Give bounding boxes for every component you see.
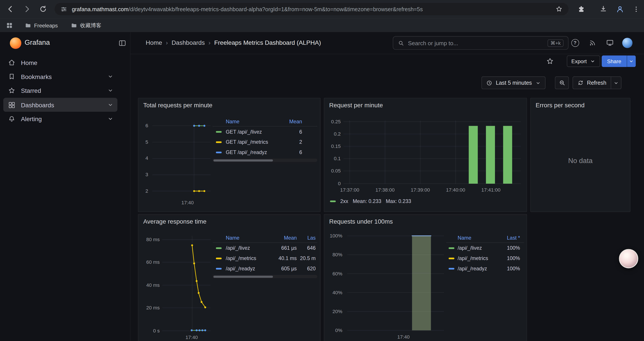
panel-title[interactable]: Requests under 100ms <box>329 218 393 225</box>
user-avatar[interactable] <box>622 38 632 48</box>
sidebar-item-dashboards[interactable]: Dashboards <box>3 98 118 112</box>
bookmark-star-icon[interactable] <box>555 5 563 13</box>
sidebar-item-starred[interactable]: Starred <box>3 83 118 97</box>
sidebar-item-label: Bookmarks <box>21 73 52 80</box>
refresh-icon <box>578 80 584 86</box>
favorite-star-icon[interactable] <box>546 57 554 65</box>
forward-button[interactable] <box>22 4 32 14</box>
series-swatch <box>330 201 336 202</box>
search-input[interactable]: Search or jump to... ⌘+k <box>393 36 568 50</box>
x-axis-tick: 17:40:00 <box>441 187 470 193</box>
series-label[interactable]: GET /api/_/readyz <box>226 149 278 155</box>
x-axis-tick: 17:38:00 <box>371 187 400 193</box>
rss-icon[interactable] <box>588 38 597 47</box>
legend-scrollbar <box>212 159 317 162</box>
bookmark-folder-blogs[interactable]: 收藏博客 <box>70 21 101 30</box>
assistant-avatar-bubble[interactable] <box>619 249 638 268</box>
panel-avg-response-time: Average response time 80 ms 60 ms 40 ms … <box>138 214 320 341</box>
series-label[interactable]: /api/_/readyz <box>458 266 497 271</box>
sidebar-item-home[interactable]: Home <box>3 56 118 70</box>
legend-header-mean[interactable]: Mean <box>273 235 297 241</box>
sidebar-item-label: Dashboards <box>21 101 54 108</box>
y-axis-tick: 80% <box>324 252 342 258</box>
series-mean: 6 <box>278 149 302 155</box>
y-axis-tick: 80 ms <box>138 237 160 242</box>
breadcrumb-home[interactable]: Home <box>146 39 162 46</box>
legend-header-name[interactable]: Name <box>458 235 497 241</box>
refresh-interval-caret[interactable] <box>611 77 621 89</box>
legend-header-name[interactable]: Name <box>226 235 273 241</box>
series-swatch <box>216 257 222 259</box>
bookmark-label: Freeleaps <box>34 22 58 29</box>
refresh-button[interactable]: Refresh <box>573 80 611 86</box>
legend-table: Name Mean Las /api/_/livez 661 µs 646 /a… <box>212 233 317 278</box>
series-label[interactable]: /api/_/livez <box>226 245 273 251</box>
series-label[interactable]: GET /api/_/livez <box>226 129 278 135</box>
star-icon <box>8 87 16 94</box>
series-label[interactable]: 2xx <box>340 198 348 204</box>
chevron-down-icon[interactable] <box>107 115 114 122</box>
monitor-icon[interactable] <box>606 38 614 47</box>
scrollbar-thumb[interactable] <box>214 159 273 161</box>
back-button[interactable] <box>5 4 15 14</box>
series-label[interactable]: GET /api/_/metrics <box>226 139 278 145</box>
x-axis-tick: 17:40 <box>175 200 200 205</box>
site-info-icon[interactable] <box>60 6 67 13</box>
panel-title[interactable]: Errors per second <box>536 102 584 109</box>
browser-menu-icon[interactable] <box>632 4 640 14</box>
breadcrumb-current: Freeleaps Metrics Dashboard (ALPHA) <box>214 39 321 46</box>
bookmark-folder-freeleaps[interactable]: Freeleaps <box>24 21 58 30</box>
sidebar-item-alerting[interactable]: Alerting <box>3 112 118 126</box>
series-last: 100% <box>497 245 520 251</box>
zoom-out-button[interactable] <box>555 76 569 89</box>
chevron-down-icon[interactable] <box>107 102 114 108</box>
sidebar-collapse-icon[interactable] <box>118 39 126 47</box>
help-icon[interactable]: ? <box>570 38 580 47</box>
panel-title[interactable]: Total requests per minute <box>143 102 212 109</box>
panel-title[interactable]: Average response time <box>143 218 206 225</box>
series-last: 20.5 m <box>297 255 316 261</box>
export-button[interactable]: Export <box>567 56 600 67</box>
time-series-chart[interactable] <box>162 236 211 331</box>
y-axis-tick: 0% <box>324 327 342 333</box>
sidebar-item-bookmarks[interactable]: Bookmarks <box>3 69 118 83</box>
url-bar[interactable]: grafana.mathmast.com/d/deytv4rwavabkb/fr… <box>54 3 568 15</box>
bar-chart[interactable] <box>347 233 444 330</box>
chevron-down-icon <box>535 80 541 86</box>
chevron-down-icon[interactable] <box>107 87 114 94</box>
legend-row: /api/_/metrics 100% <box>446 253 524 263</box>
share-menu-caret[interactable] <box>627 56 636 67</box>
series-label[interactable]: /api/_/livez <box>458 245 497 251</box>
apps-grid-icon[interactable] <box>6 22 13 29</box>
series-label[interactable]: /api/_/readyz <box>226 266 273 271</box>
clock-icon <box>486 80 492 86</box>
legend-header-mean[interactable]: Mean <box>278 119 302 124</box>
panel-title[interactable]: Request per minute <box>329 102 383 109</box>
breadcrumb-dashboards[interactable]: Dashboards <box>172 39 205 46</box>
sidebar-item-label: Alerting <box>21 115 42 122</box>
folder-icon <box>24 22 31 29</box>
chevron-down-icon[interactable] <box>107 73 114 80</box>
series-last: 100% <box>497 255 520 261</box>
reload-button[interactable] <box>38 4 48 14</box>
series-swatch <box>449 268 454 269</box>
bar-chart[interactable] <box>344 121 521 184</box>
downloads-icon[interactable] <box>598 4 608 14</box>
share-button[interactable]: Share <box>602 56 627 67</box>
y-axis-tick: 100% <box>324 233 342 239</box>
x-axis-tick: 17:40 <box>179 334 204 340</box>
scrollbar-thumb[interactable] <box>214 276 273 278</box>
time-series-chart[interactable] <box>152 122 211 195</box>
profile-icon[interactable] <box>615 4 625 14</box>
legend-header-name[interactable]: Name <box>226 119 278 124</box>
legend-header-last[interactable]: Las <box>297 235 316 241</box>
series-label[interactable]: /api/_/metrics <box>458 255 497 261</box>
legend-header-last[interactable]: Last * <box>497 235 520 241</box>
extensions-icon[interactable] <box>576 4 586 14</box>
refresh-label: Refresh <box>587 80 606 86</box>
time-range-picker[interactable]: Last 5 minutes <box>481 76 545 89</box>
y-axis-tick: 3 <box>138 172 148 178</box>
series-label[interactable]: /api/_/metrics <box>226 255 273 261</box>
grafana-logo[interactable] <box>10 37 21 49</box>
legend: 2xx Mean: 0.233 Max: 0.233 <box>330 198 411 204</box>
